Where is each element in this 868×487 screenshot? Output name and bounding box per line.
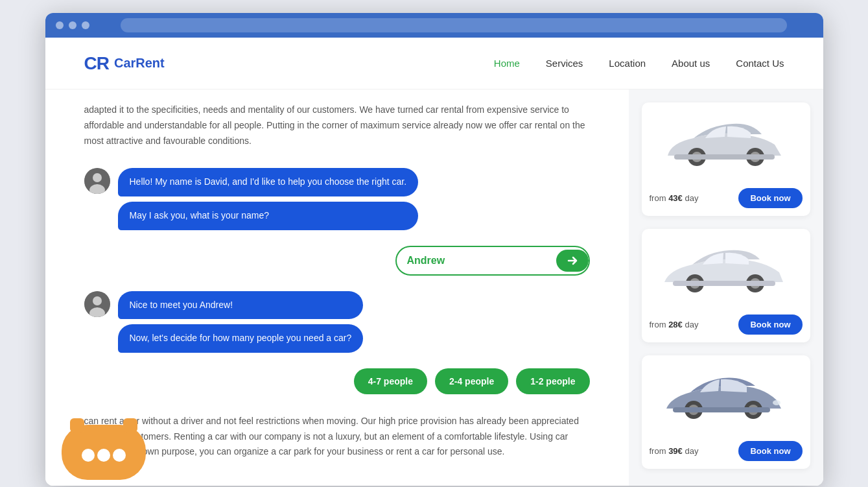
nav-contact[interactable]: Contact Us: [736, 58, 784, 69]
car-image-3: [650, 363, 803, 434]
nav-home[interactable]: Home: [494, 58, 520, 69]
bot-bubble-3: Nice to meet you Andrew!: [118, 291, 364, 320]
bot-row-2: Nice to meet you Andrew! Now, let's deci…: [84, 291, 590, 353]
browser-window: CR CarRent Home Services Location About …: [45, 13, 823, 486]
svg-point-11: [113, 449, 126, 462]
svg-point-9: [82, 449, 95, 462]
svg-point-10: [97, 449, 110, 462]
choice-1-2-btn[interactable]: 1-2 people: [516, 368, 589, 394]
chat-area: Hello! My name is David, and I'd like to…: [84, 168, 590, 394]
svg-rect-26: [673, 407, 770, 412]
car-footer-2: from 28€ day Book now: [650, 315, 803, 335]
car-card-3: from 39€ day Book now: [642, 355, 810, 469]
user-input-row: [84, 246, 590, 276]
car-image-1: [650, 110, 803, 182]
svg-point-4: [93, 296, 102, 305]
browser-dot-1: [56, 21, 64, 29]
book-btn-1[interactable]: Book now: [738, 188, 802, 208]
browser-dot-3: [82, 21, 89, 29]
choice-4-7-btn[interactable]: 4-7 people: [354, 368, 427, 394]
logo-name-text: CarRent: [114, 56, 165, 71]
book-btn-3[interactable]: Book now: [738, 441, 802, 461]
main-layout: adapted it to the specificities, needs a…: [45, 89, 823, 486]
bot-row-1: Hello! My name is David, and I'd like to…: [84, 168, 590, 230]
nav-links: Home Services Location About us Contact …: [494, 58, 784, 69]
bot-bubble-4: Now, let's decide for how many people yo…: [118, 324, 364, 353]
logo-cr-text: CR: [84, 53, 109, 74]
nav-about[interactable]: About us: [672, 58, 710, 69]
bot-avatar-2: [84, 291, 110, 317]
bot-bubble-2: May I ask you, what is your name?: [118, 202, 419, 230]
book-btn-2[interactable]: Book now: [738, 315, 802, 335]
user-input-box[interactable]: [395, 246, 590, 276]
car-card-2: from 28€ day Book now: [642, 229, 810, 342]
user-input-send-btn[interactable]: [556, 250, 589, 272]
navbar: CR CarRent Home Services Location About …: [45, 38, 823, 89]
browser-dot-2: [69, 21, 76, 29]
svg-rect-16: [674, 154, 775, 160]
left-content: adapted it to the specificities, needs a…: [45, 89, 629, 486]
svg-rect-21: [673, 281, 775, 286]
car-image-2: [650, 237, 803, 308]
bot-messages-1: Hello! My name is David, and I'd like to…: [118, 168, 419, 230]
svg-rect-8: [123, 418, 137, 433]
browser-titlebar: [45, 13, 823, 38]
bot-avatar-1: [84, 168, 110, 194]
car-footer-3: from 39€ day Book now: [650, 441, 803, 461]
car-footer-1: from 43€ day Book now: [650, 188, 803, 208]
car-price-2: from 28€ day: [650, 320, 699, 329]
bot-messages-2: Nice to meet you Andrew! Now, let's deci…: [118, 291, 364, 353]
nav-services[interactable]: Services: [546, 58, 583, 69]
svg-point-1: [93, 173, 102, 182]
user-name-input[interactable]: [397, 248, 554, 273]
car-price-3: from 39€ day: [650, 446, 699, 456]
nav-location[interactable]: Location: [609, 58, 646, 69]
right-sidebar: from 43€ day Book now: [629, 89, 823, 486]
svg-rect-7: [70, 418, 84, 433]
choice-row: 4-7 people 2-4 people 1-2 people: [84, 368, 590, 394]
page-content: CR CarRent Home Services Location About …: [45, 38, 823, 486]
logo-area: CR CarRent: [84, 53, 165, 74]
car-card-1: from 43€ day Book now: [642, 102, 810, 216]
intro-text: adapted it to the specificities, needs a…: [84, 102, 590, 148]
choice-2-4-btn[interactable]: 2-4 people: [435, 368, 508, 394]
bottom-text: can rent a car without a driver and not …: [84, 414, 590, 460]
browser-addressbar: [121, 18, 787, 32]
bot-bubble-1: Hello! My name is David, and I'd like to…: [118, 168, 419, 196]
svg-point-27: [773, 400, 780, 405]
chatbot-widget[interactable]: [58, 415, 149, 486]
car-price-1: from 43€ day: [650, 193, 699, 203]
